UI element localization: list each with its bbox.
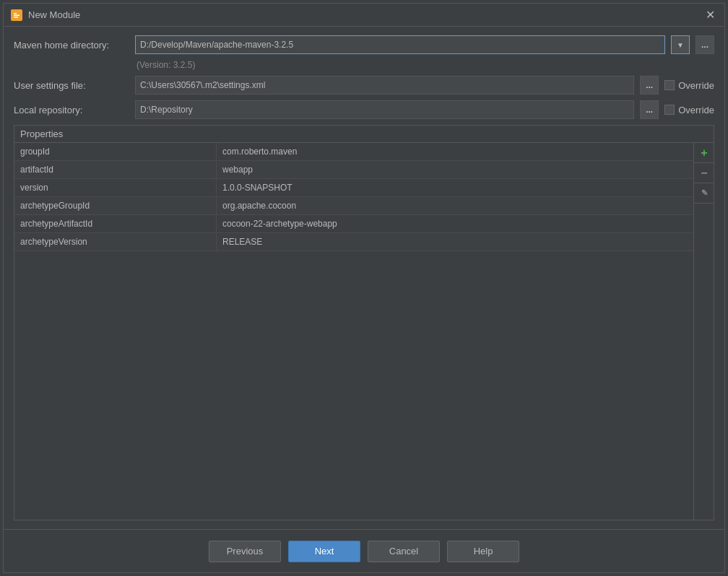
prop-value: com.roberto.maven (217, 143, 693, 160)
table-row[interactable]: version 1.0.0-SNAPSHOT (14, 179, 693, 197)
add-property-button[interactable]: + (694, 143, 714, 163)
prop-key: version (14, 179, 217, 196)
local-repo-label: Local repository: (14, 105, 129, 115)
next-button[interactable]: Next (288, 541, 360, 562)
properties-header: Properties (14, 126, 714, 143)
table-row[interactable]: archetypeGroupId org.apache.cocoon (14, 197, 693, 215)
svg-rect-2 (14, 14, 20, 16)
prop-value: RELEASE (217, 233, 693, 250)
prop-key: archetypeArtifactId (14, 215, 217, 232)
new-module-dialog: New Module ✕ Maven home directory: ▼ ...… (3, 3, 725, 573)
properties-actions: + − ✎ (693, 143, 714, 520)
prop-value: org.apache.cocoon (217, 197, 693, 214)
local-repo-override-label: Override (678, 105, 714, 115)
prop-key: groupId (14, 143, 217, 160)
svg-rect-3 (14, 17, 18, 18)
prop-key: archetypeGroupId (14, 197, 217, 214)
maven-home-row: Maven home directory: ▼ ... (14, 35, 714, 54)
previous-button[interactable]: Previous (209, 541, 281, 562)
local-repo-browse-button[interactable]: ... (640, 100, 659, 119)
local-repo-row: Local repository: ... Override (14, 100, 714, 119)
maven-version-text: (Version: 3.2.5) (136, 60, 714, 70)
cancel-button[interactable]: Cancel (368, 541, 440, 562)
prop-value: cocoon-22-archetype-webapp (217, 215, 693, 232)
local-repo-override: Override (664, 105, 714, 115)
maven-home-input[interactable] (135, 35, 665, 54)
properties-table: groupId com.roberto.maven artifactId web… (14, 143, 693, 520)
properties-section: Properties groupId com.roberto.maven art… (14, 125, 714, 520)
table-row[interactable]: groupId com.roberto.maven (14, 143, 693, 161)
dialog-icon (11, 9, 22, 21)
user-settings-override-label: Override (678, 80, 714, 91)
local-repo-override-checkbox[interactable] (664, 105, 675, 115)
prop-key: artifactId (14, 161, 217, 178)
edit-property-button[interactable]: ✎ (694, 183, 714, 204)
remove-property-button[interactable]: − (694, 163, 714, 183)
prop-value: 1.0.0-SNAPSHOT (217, 179, 693, 196)
user-settings-row: User settings file: ... Override (14, 76, 714, 95)
title-bar: New Module ✕ (4, 4, 724, 27)
table-row[interactable]: archetypeVersion RELEASE (14, 233, 693, 251)
dialog-footer: Previous Next Cancel Help (4, 529, 724, 572)
maven-home-label: Maven home directory: (14, 40, 129, 51)
user-settings-browse-button[interactable]: ... (640, 76, 659, 95)
svg-rect-1 (14, 13, 17, 14)
local-repo-input[interactable] (135, 100, 634, 119)
title-bar-left: New Module (11, 9, 80, 21)
help-button[interactable]: Help (447, 541, 519, 562)
maven-home-dropdown-button[interactable]: ▼ (671, 35, 690, 54)
dialog-content: Maven home directory: ▼ ... (Version: 3.… (4, 27, 724, 529)
prop-key: archetypeVersion (14, 233, 217, 250)
dialog-title: New Module (28, 9, 80, 20)
user-settings-label: User settings file: (14, 80, 129, 91)
table-row[interactable]: archetypeArtifactId cocoon-22-archetype-… (14, 215, 693, 233)
user-settings-override: Override (664, 80, 714, 91)
user-settings-input[interactable] (135, 76, 634, 95)
close-button[interactable]: ✕ (703, 8, 717, 22)
table-row[interactable]: artifactId webapp (14, 161, 693, 179)
user-settings-override-checkbox[interactable] (664, 80, 675, 90)
properties-body: groupId com.roberto.maven artifactId web… (14, 143, 714, 520)
prop-value: webapp (217, 161, 693, 178)
maven-home-browse-button[interactable]: ... (696, 35, 714, 54)
